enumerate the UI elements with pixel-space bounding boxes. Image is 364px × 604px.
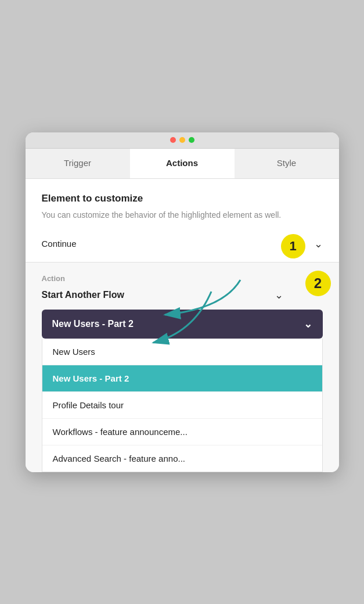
tab-actions[interactable]: Actions bbox=[130, 149, 235, 178]
titlebar bbox=[26, 132, 339, 149]
titlebar-dots bbox=[170, 137, 194, 143]
tab-style[interactable]: Style bbox=[235, 149, 339, 178]
dropdown-item-workflows[interactable]: Workflows - feature announceme... bbox=[42, 419, 322, 445]
action-section: 2 Action Start Another Flow ⌄ Ne bbox=[26, 262, 339, 472]
section-desc: You can customize the behavior of the hi… bbox=[42, 209, 323, 221]
continue-chevron[interactable]: ⌄ bbox=[314, 238, 323, 250]
dropdown-item-advanced-search[interactable]: Advanced Search - feature anno... bbox=[42, 445, 322, 472]
section-title: Element to customize bbox=[42, 193, 323, 204]
flow-selector-label: Start Another Flow bbox=[42, 290, 125, 300]
flow-dropdown-selected[interactable]: New Users - Part 2 ⌄ bbox=[42, 310, 323, 339]
action-label: Action bbox=[42, 274, 323, 283]
app-window: Trigger Actions Style Element to customi… bbox=[26, 132, 339, 472]
badge-1: 1 bbox=[281, 234, 305, 258]
continue-row: Continue 1 ⌄ bbox=[42, 233, 323, 262]
dropdown-chevron: ⌄ bbox=[304, 318, 312, 330]
dropdown-list: New Users New Users - Part 2 Profile Det… bbox=[42, 339, 323, 472]
dropdown-item-new-users[interactable]: New Users bbox=[42, 339, 322, 365]
tab-trigger[interactable]: Trigger bbox=[26, 149, 130, 178]
badge-2: 2 bbox=[305, 271, 331, 296]
tabs-bar: Trigger Actions Style bbox=[26, 149, 339, 179]
flow-selector-row: Start Another Flow ⌄ bbox=[42, 289, 323, 301]
continue-label: Continue bbox=[42, 239, 77, 249]
minimize-dot bbox=[179, 137, 185, 143]
main-content: Element to customize You can customize t… bbox=[26, 179, 339, 262]
dropdown-item-profile[interactable]: Profile Details tour bbox=[42, 392, 322, 419]
maximize-dot bbox=[189, 137, 194, 143]
flow-chevron[interactable]: ⌄ bbox=[275, 289, 283, 301]
dropdown-item-new-users-part2[interactable]: New Users - Part 2 bbox=[42, 365, 322, 392]
close-dot bbox=[170, 137, 176, 143]
